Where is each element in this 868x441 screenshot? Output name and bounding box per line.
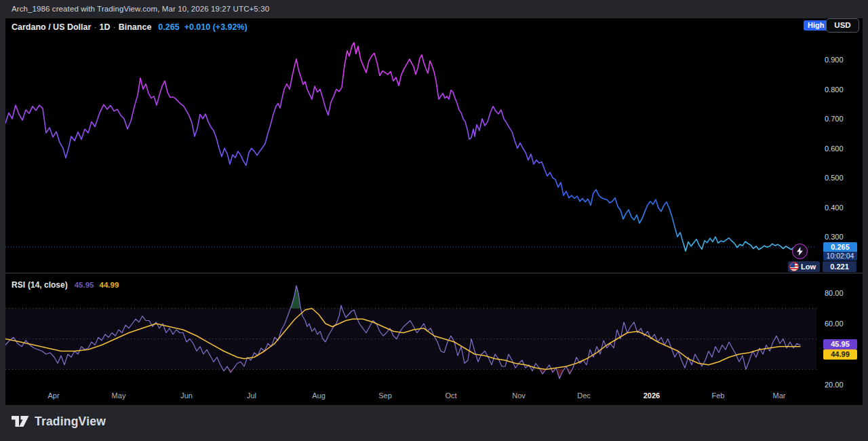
currency-toggle-button[interactable]: USD (826, 18, 859, 33)
time-axis-label[interactable]: Jul (237, 391, 267, 400)
price-tick[interactable]: 0.400 (825, 204, 857, 212)
price-change-value: +0.010 (+3.92%) (180, 22, 248, 32)
attribution-bar: Arch_1986 created with TradingView.com, … (0, 0, 868, 18)
lightning-bolt-icon[interactable] (792, 244, 808, 259)
rsi-tick[interactable]: 20.00 (825, 381, 860, 389)
time-axis-label[interactable]: Nov (504, 391, 534, 400)
rsi-tick[interactable]: 60.00 (825, 320, 860, 328)
tradingview-brand[interactable]: TradingView (10, 414, 106, 429)
symbol-name[interactable]: Cardano / US Dollar (12, 22, 91, 32)
footer-bar: TradingView (0, 405, 868, 441)
price-tick[interactable]: 0.700 (825, 115, 857, 123)
price-tick[interactable]: 0.500 (825, 174, 857, 182)
low-badge: Low (788, 261, 820, 272)
rsi-title[interactable]: RSI (12, 280, 25, 290)
time-axis-label[interactable]: Mar (764, 391, 794, 400)
symbol-legend[interactable]: Cardano / US Dollar·1D·Binance0.265+0.01… (12, 22, 248, 32)
time-axis-label[interactable]: Aug (304, 391, 334, 400)
high-marker-badge: High (804, 20, 828, 31)
time-axis-label[interactable]: Sep (370, 391, 400, 400)
exchange-label: Binance (119, 22, 152, 32)
rsi-value-tag: 45.95 (823, 339, 857, 349)
tradingview-logo-icon (10, 414, 30, 429)
tradingview-brand-text: TradingView (35, 415, 106, 429)
rsi-tick[interactable]: 80.00 (825, 289, 860, 297)
rsi-params: (14, close) (25, 280, 68, 290)
price-tick[interactable]: 0.900 (825, 56, 857, 64)
price-tick[interactable]: 0.800 (825, 85, 857, 94)
us-flag-icon (789, 262, 799, 271)
time-axis-label-year[interactable]: 2026 (637, 391, 667, 400)
last-price-tag: 0.265 10:02:04 (823, 242, 857, 261)
last-price-label: 0.265 (823, 242, 857, 252)
time-axis-label[interactable]: Dec (569, 391, 599, 400)
rsi-band (5, 309, 816, 370)
attribution-text: Arch_1986 created with TradingView.com, … (12, 5, 269, 13)
tradingview-snapshot: Arch_1986 created with TradingView.com, … (0, 0, 868, 441)
price-tick[interactable]: 0.600 (825, 145, 857, 153)
rsi-value: 45.95 (68, 281, 94, 289)
interval-label[interactable]: 1D (100, 22, 111, 32)
rsi-ma-value: 44.99 (94, 281, 119, 289)
low-label: Low (799, 263, 816, 271)
time-axis-label[interactable]: May (104, 391, 134, 400)
low-marker-row: Low 0.221 (788, 261, 856, 272)
last-price-value: 0.265 (151, 22, 179, 32)
time-axis-label[interactable]: Jun (172, 391, 201, 400)
low-value-tag: 0.221 (823, 261, 856, 272)
bar-countdown: 10:02:04 (823, 252, 857, 261)
chart-canvas[interactable] (5, 18, 863, 405)
time-axis-label[interactable]: Oct (436, 391, 466, 400)
rsi-legend[interactable]: RSI(14, close)45.9544.99 (12, 280, 119, 290)
time-axis-label[interactable]: Feb (703, 391, 733, 400)
time-axis-label[interactable]: Apr (39, 391, 68, 400)
rsi-ma-value-tag: 44.99 (823, 349, 857, 360)
chart-panel[interactable]: Cardano / US Dollar·1D·Binance0.265+0.01… (5, 18, 863, 405)
price-tick[interactable]: 0.300 (825, 233, 857, 241)
